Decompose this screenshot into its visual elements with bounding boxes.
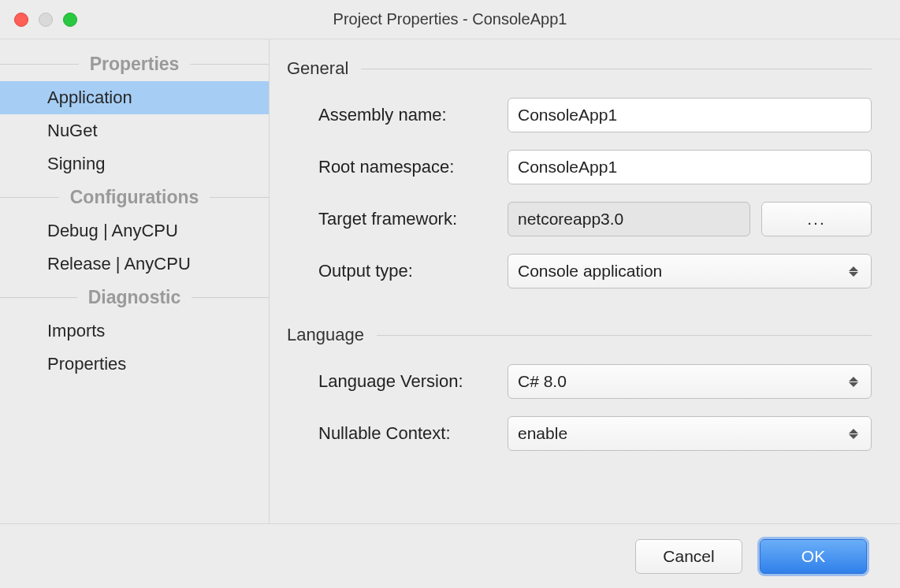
- sidebar-section-label: Configurations: [59, 187, 210, 208]
- sidebar-item-application[interactable]: Application: [0, 81, 269, 114]
- nullable-context-value: enable: [518, 424, 567, 443]
- sidebar-item-label: Release | AnyCPU: [47, 254, 191, 274]
- ok-label: OK: [801, 547, 825, 566]
- target-framework-field: netcoreapp3.0: [508, 202, 750, 236]
- sidebar-section-diagnostic: Diagnostic: [0, 281, 269, 314]
- sidebar-section-configurations: Configurations: [0, 180, 269, 214]
- nullable-context-label: Nullable Context:: [318, 423, 508, 444]
- cancel-button[interactable]: Cancel: [635, 539, 742, 574]
- traffic-lights: [14, 13, 77, 27]
- sidebar-item-nuget[interactable]: NuGet: [0, 114, 269, 147]
- minimize-window-button[interactable]: [39, 13, 53, 27]
- root-namespace-label: Root namespace:: [318, 157, 508, 177]
- output-type-select[interactable]: Console application: [508, 254, 872, 288]
- target-framework-label: Target framework:: [318, 209, 508, 229]
- row-target-framework: Target framework: netcoreapp3.0 ...: [287, 202, 872, 236]
- sidebar-item-debug-anycpu[interactable]: Debug | AnyCPU: [0, 214, 269, 247]
- group-language: Language: [287, 325, 872, 345]
- sidebar-item-label: Application: [47, 87, 132, 107]
- sidebar-item-label: Debug | AnyCPU: [47, 221, 178, 240]
- sidebar-item-label: Signing: [47, 154, 105, 173]
- root-namespace-input[interactable]: [508, 150, 872, 184]
- nullable-context-select[interactable]: enable: [508, 416, 872, 451]
- ellipsis-label: ...: [807, 210, 826, 229]
- window-title: Project Properties - ConsoleApp1: [0, 10, 900, 28]
- chevron-updown-icon: [849, 266, 858, 277]
- row-language-version: Language Version: C# 8.0: [287, 364, 872, 399]
- language-version-label: Language Version:: [318, 371, 508, 392]
- language-version-select[interactable]: C# 8.0: [508, 364, 872, 399]
- main-panel: General Assembly name: Root namespace: T…: [270, 39, 900, 523]
- dialog-footer: Cancel OK: [0, 523, 900, 588]
- target-framework-browse-button[interactable]: ...: [761, 202, 872, 236]
- sidebar-item-signing[interactable]: Signing: [0, 147, 269, 180]
- sidebar-item-label: Imports: [47, 321, 105, 341]
- target-framework-value: netcoreapp3.0: [518, 210, 623, 229]
- sidebar-section-label: Diagnostic: [77, 287, 192, 308]
- output-type-value: Console application: [518, 262, 662, 281]
- sidebar-section-properties: Properties: [0, 47, 269, 81]
- dialog-body: Properties Application NuGet Signing Con…: [0, 39, 900, 523]
- sidebar: Properties Application NuGet Signing Con…: [0, 39, 270, 523]
- row-nullable-context: Nullable Context: enable: [287, 416, 872, 451]
- close-window-button[interactable]: [14, 13, 28, 27]
- group-general: General: [287, 58, 872, 79]
- group-title: Language: [287, 325, 364, 345]
- group-title: General: [287, 58, 348, 79]
- row-root-namespace: Root namespace:: [287, 150, 872, 184]
- titlebar: Project Properties - ConsoleApp1: [0, 0, 900, 39]
- assembly-name-input[interactable]: [508, 98, 872, 132]
- cancel-label: Cancel: [663, 547, 714, 566]
- chevron-updown-icon: [849, 429, 858, 439]
- maximize-window-button[interactable]: [63, 13, 77, 27]
- sidebar-item-imports[interactable]: Imports: [0, 314, 269, 348]
- sidebar-item-properties[interactable]: Properties: [0, 348, 269, 381]
- ok-button[interactable]: OK: [760, 539, 867, 574]
- assembly-name-label: Assembly name:: [318, 105, 508, 125]
- row-assembly-name: Assembly name:: [287, 98, 872, 132]
- sidebar-item-label: NuGet: [47, 121, 98, 140]
- sidebar-item-release-anycpu[interactable]: Release | AnyCPU: [0, 247, 269, 281]
- sidebar-section-label: Properties: [79, 54, 191, 75]
- project-properties-window: Project Properties - ConsoleApp1 Propert…: [0, 0, 900, 588]
- output-type-label: Output type:: [318, 261, 508, 281]
- chevron-updown-icon: [849, 377, 858, 387]
- row-output-type: Output type: Console application: [287, 254, 872, 288]
- sidebar-item-label: Properties: [47, 354, 126, 374]
- language-version-value: C# 8.0: [518, 372, 567, 391]
